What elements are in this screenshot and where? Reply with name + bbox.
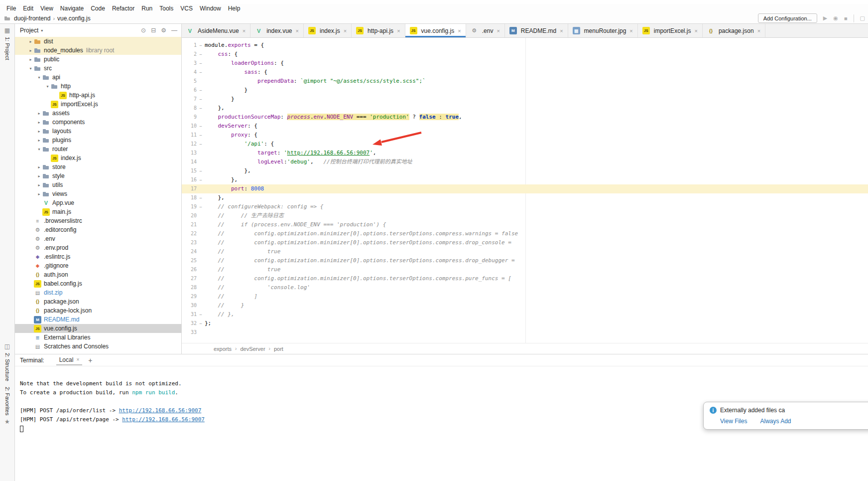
close-icon[interactable]: × — [694, 28, 697, 34]
chevron-down-icon[interactable]: ▾ — [44, 84, 51, 89]
tree-item-http-api-js[interactable]: JShttp-api.js — [15, 91, 181, 100]
menu-item-tools[interactable]: Tools — [156, 4, 177, 12]
tree-item-package-json[interactable]: {}package.json — [15, 297, 181, 306]
tree-item-eslintrc-js[interactable]: ◆.eslintrc.js — [15, 252, 181, 261]
code-line[interactable]: 15− }, — [182, 166, 868, 175]
tree-item-importexcel-js[interactable]: JSimportExcel.js — [15, 100, 181, 109]
tree-item-src[interactable]: ▾src — [15, 64, 181, 73]
fold-marker-icon[interactable]: − — [197, 310, 205, 319]
tree-item-components[interactable]: ▸components — [15, 118, 181, 127]
code-line[interactable]: 2− css: { — [182, 50, 868, 59]
code-line[interactable]: 30 // } — [182, 301, 868, 310]
hide-icon[interactable]: — — [171, 27, 177, 34]
code-line[interactable]: 16− }, — [182, 175, 868, 184]
code-line[interactable]: 21 // if (process.env.NODE_ENV === 'prod… — [182, 220, 868, 229]
notification-balloon[interactable]: i Externally added files ca View Files A… — [703, 402, 868, 430]
tab-http-api-js[interactable]: JShttp-api.js× — [352, 24, 405, 37]
chevron-right-icon[interactable]: ▸ — [36, 138, 42, 143]
tree-item-api[interactable]: ▾api — [15, 73, 181, 82]
close-icon[interactable]: × — [757, 28, 760, 34]
tab-asidemenu-vue[interactable]: VAsideMenu.vue× — [182, 24, 250, 37]
fold-marker-icon[interactable]: − — [197, 193, 205, 202]
tab-package-json[interactable]: {}package.json× — [703, 24, 765, 37]
tree-item-vue-config-js[interactable]: JSvue.config.js — [15, 324, 181, 333]
editor-code[interactable]: 1−module.exports = {2− css: {3− loaderOp… — [182, 38, 868, 343]
fold-marker-icon[interactable]: − — [197, 41, 205, 50]
fold-marker-icon[interactable]: − — [197, 140, 205, 149]
tree-item-main-js[interactable]: JSmain.js — [15, 207, 181, 216]
chevron-right-icon[interactable]: ▸ — [36, 129, 42, 134]
tree-item-style[interactable]: ▸style — [15, 171, 181, 180]
tree-item-dist-zip[interactable]: ▤dist.zip — [15, 288, 181, 297]
code-line[interactable]: 32−}; — [182, 319, 868, 328]
tree-item-editorconfig[interactable]: ⚙.editorconfig — [15, 225, 181, 234]
code-line[interactable]: 11− proxy: { — [182, 131, 868, 140]
fold-marker-icon[interactable]: − — [197, 59, 205, 68]
menu-item-refactor[interactable]: Refactor — [109, 4, 138, 12]
code-line[interactable]: 10− devServer: { — [182, 122, 868, 131]
tab-index-js[interactable]: JSindex.js× — [304, 24, 352, 37]
project-tool-button[interactable]: ▦ 1: Project — [0, 27, 14, 60]
code-line[interactable]: 9 productionSourceMap: process.env.NODE_… — [182, 113, 868, 122]
fold-marker-icon[interactable]: − — [197, 122, 205, 131]
tree-item-layouts[interactable]: ▸layouts — [15, 127, 181, 136]
add-configuration-button[interactable]: Add Configuration... — [758, 13, 817, 23]
fold-marker-icon[interactable]: − — [197, 175, 205, 184]
fold-marker-icon[interactable]: − — [197, 86, 205, 95]
tree-item-scratches-and-consoles[interactable]: ▤Scratches and Consoles — [15, 342, 181, 351]
menu-item-window[interactable]: Window — [196, 4, 225, 12]
code-line[interactable]: 1−module.exports = { — [182, 41, 868, 50]
chevron-down-icon[interactable]: ▾ — [27, 66, 34, 71]
fold-marker-icon[interactable]: − — [197, 166, 205, 175]
chevron-right-icon[interactable]: ▸ — [36, 183, 42, 187]
favorites-tool-button[interactable]: 2: Favorites ★ — [0, 387, 14, 425]
fold-marker-icon[interactable]: − — [197, 68, 205, 77]
menu-item-file[interactable]: File — [3, 4, 19, 12]
tree-item-plugins[interactable]: ▸plugins — [15, 136, 181, 145]
toolbar-breadcrumb-project[interactable]: duoji-frontend — [12, 15, 52, 22]
always-add-link[interactable]: Always Add — [760, 418, 791, 425]
tab-readme-md[interactable]: MREADME.md× — [505, 24, 568, 37]
tree-item-assets[interactable]: ▸assets — [15, 109, 181, 118]
run-icon[interactable]: ▶ — [823, 15, 827, 21]
code-line[interactable]: 31− // }, — [182, 310, 868, 319]
menu-item-navigate[interactable]: Navigate — [57, 4, 87, 12]
tree-item-views[interactable]: ▸views — [15, 189, 181, 198]
tab-menurouter-jpg[interactable]: ▦menuRouter.jpg× — [568, 24, 638, 37]
code-line[interactable]: 29 // ] — [182, 292, 868, 301]
collapse-icon[interactable]: ⊟ — [151, 27, 156, 34]
breadcrumb-port[interactable]: port — [274, 346, 283, 352]
menu-item-code[interactable]: Code — [87, 4, 109, 12]
code-line[interactable]: 26 // true — [182, 265, 868, 274]
fold-marker-icon[interactable]: − — [197, 50, 205, 59]
code-line[interactable]: 8− }, — [182, 104, 868, 113]
tree-item-dist[interactable]: ▸dist — [15, 37, 181, 46]
chevron-right-icon[interactable]: ▸ — [36, 174, 42, 178]
chevron-right-icon[interactable]: ▸ — [36, 165, 42, 169]
chevron-down-icon[interactable]: ▾ — [36, 75, 42, 80]
terminal-label[interactable]: Terminal: — [20, 357, 44, 364]
code-line[interactable]: 18− }, — [182, 193, 868, 202]
code-line[interactable]: 5 prependData: `@import "~@/assets/scss/… — [182, 77, 868, 86]
menu-item-view[interactable]: View — [37, 4, 57, 12]
tree-item-babel-config-js[interactable]: JSbabel.config.js — [15, 279, 181, 288]
tab-vue-config-js[interactable]: JSvue.config.js× — [405, 24, 466, 37]
tree-item-env-prod[interactable]: ⚙.env.prod — [15, 243, 181, 252]
menu-item-edit[interactable]: Edit — [19, 4, 37, 12]
code-line[interactable]: 24 // true — [182, 247, 868, 256]
code-line[interactable]: 22 // config.optimization.minimizer[0].o… — [182, 229, 868, 238]
fold-marker-icon[interactable]: − — [197, 104, 205, 113]
close-icon[interactable]: × — [397, 28, 400, 34]
window-icon[interactable]: ▢ — [860, 15, 865, 21]
code-line[interactable]: 17 port: 8008 — [182, 184, 868, 193]
fold-marker-icon[interactable]: − — [197, 202, 205, 211]
chevron-right-icon[interactable]: ▸ — [36, 111, 42, 116]
code-line[interactable]: 4− sass: { — [182, 68, 868, 77]
chevron-right-icon[interactable]: ▸ — [27, 39, 34, 44]
tree-item-utils[interactable]: ▸utils — [15, 180, 181, 189]
close-icon[interactable]: × — [560, 28, 563, 34]
settings-icon[interactable]: ⚙ — [161, 27, 166, 34]
tab-index-vue[interactable]: Vindex.vue× — [250, 24, 304, 37]
chevron-right-icon[interactable]: ▸ — [36, 120, 42, 125]
tree-item-node-modules[interactable]: ▸node_moduleslibrary root — [15, 46, 181, 55]
